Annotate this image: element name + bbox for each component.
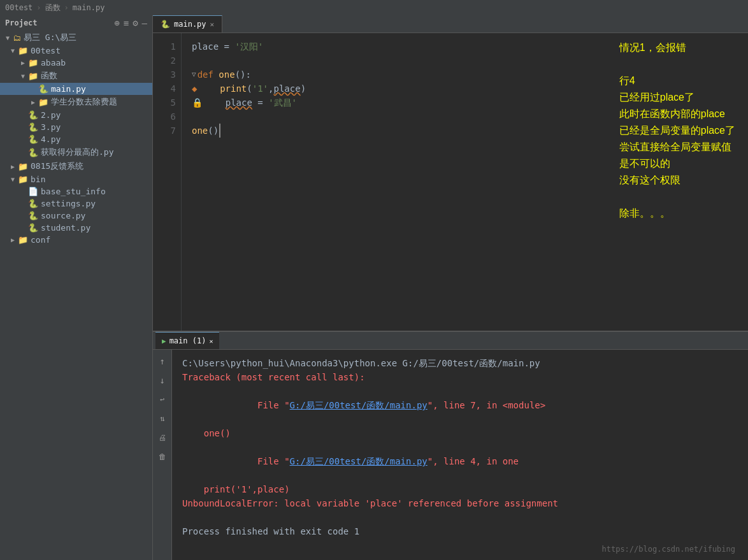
- breadcrumb-00test[interactable]: 00test: [5, 3, 32, 12]
- code-call-paren: (): [208, 124, 219, 138]
- sidebar-item-00test[interactable]: ▼ 📁 00test: [0, 45, 152, 57]
- annotation-line-1: 情况1，会报错: [619, 39, 735, 56]
- code-print: print: [220, 82, 247, 96]
- sidebar-title: Project: [5, 18, 38, 27]
- filter-icon[interactable]: ⇅: [155, 411, 170, 426]
- folder-icon: 📁: [28, 58, 38, 68]
- code-paren-4: (: [247, 82, 252, 96]
- sidebar-label-0815: 0815反馈系统: [31, 161, 83, 172]
- sidebar-item-root[interactable]: ▼ 🗂 易三 G:\易三: [0, 31, 152, 45]
- sidebar-item-base-stu-info[interactable]: 📄 base_stu_info: [0, 185, 152, 197]
- sidebar-label-student-py: student.py: [41, 223, 90, 233]
- run-tab-icon: ▶: [162, 337, 166, 345]
- line-num-7: 7: [158, 124, 176, 138]
- annotation-line-9: 没有这个权限: [619, 172, 735, 189]
- code-comma-4: ,: [268, 82, 273, 96]
- sidebar-label-2py: 2.py: [41, 110, 61, 120]
- code-content[interactable]: place = '汉阳' ▽ def one (): ◆: [182, 33, 748, 331]
- annotation-line-5: 此时在函数内部的place: [619, 106, 735, 122]
- code-paren: ():: [235, 68, 251, 82]
- py-file-icon: 🐍: [28, 148, 38, 157]
- breadcrumb-函数[interactable]: 函数: [45, 3, 61, 13]
- sidebar-item-main-py[interactable]: 🐍 main.py: [0, 83, 152, 95]
- code-func-call-one: one: [192, 124, 208, 138]
- folder-icon: 📁: [38, 97, 48, 107]
- output-indent-3: File ": [247, 400, 289, 410]
- delete-icon[interactable]: 🗑: [155, 449, 170, 464]
- tab-close-button[interactable]: ✕: [210, 20, 215, 29]
- sidebar-item-abaab[interactable]: ▶ 📁 abaab: [0, 57, 152, 69]
- run-tab-label: main (1): [169, 336, 206, 345]
- fold-arrow-icon: ▽: [192, 68, 196, 82]
- sidebar-item-source-py[interactable]: 🐍 source.py: [0, 210, 152, 222]
- sidebar-item-获取[interactable]: 🐍 获取得分最高的.py: [0, 145, 152, 159]
- arrow-icon: ▶: [8, 163, 18, 170]
- sidebar-label-学生分数: 学生分数去除费题: [51, 96, 117, 108]
- tab-main-py[interactable]: 🐍 main.py ✕: [153, 15, 222, 32]
- bottom-panel: ▶ main (1) ✕ ↑ ↓ ↩ ⇅ 🖨 🗑 C:: [153, 331, 748, 560]
- minimize-icon[interactable]: —: [142, 18, 147, 28]
- arrow-icon: ▶: [18, 59, 28, 66]
- sidebar-item-学生分数[interactable]: ▶ 📁 学生分数去除费题: [0, 95, 152, 109]
- breakpoint-icon: ◆: [192, 82, 197, 96]
- sidebar-label-函数: 函数: [41, 70, 57, 82]
- output-link-2[interactable]: G:/易三/00test/函数/main.py: [290, 456, 428, 466]
- folder-icon: 📁: [18, 175, 28, 184]
- line-num-6: 6: [158, 110, 176, 124]
- scroll-down-icon[interactable]: ↓: [155, 373, 170, 388]
- annotation-line-3: 行4: [619, 73, 735, 89]
- folder-icon: 📁: [18, 46, 28, 55]
- print-icon[interactable]: 🖨: [155, 430, 170, 445]
- output-line-7: UnboundLocalError: local variable 'place…: [182, 496, 738, 510]
- bottom-content: ↑ ↓ ↩ ⇅ 🖨 🗑 C:\Users\python_hui\Anaconda…: [153, 350, 748, 560]
- run-tab[interactable]: ▶ main (1) ✕: [155, 332, 219, 349]
- arrow-icon: ▼: [18, 73, 28, 80]
- sidebar-item-settings-py[interactable]: 🐍 settings.py: [0, 197, 152, 210]
- editor-tab-bar: 🐍 main.py ✕: [153, 15, 748, 33]
- file-icon: 📄: [28, 187, 38, 196]
- wrap-icon[interactable]: ↩: [155, 392, 170, 407]
- sidebar-label-获取: 获取得分最高的.py: [41, 147, 113, 158]
- folder-icon: 📁: [18, 162, 28, 171]
- sidebar-item-conf[interactable]: ▶ 📁 conf: [0, 234, 152, 246]
- cursor-blink: [219, 124, 226, 138]
- output-line-2: Traceback (most recent call last):: [182, 370, 738, 384]
- scroll-up-icon[interactable]: ↑: [155, 354, 170, 369]
- sidebar-item-3py[interactable]: 🐍 3.py: [0, 121, 152, 133]
- py-file-icon: 🐍: [28, 211, 38, 220]
- line-num-1: 1: [158, 39, 176, 54]
- output-link-1[interactable]: G:/易三/00test/函数/main.py: [290, 400, 428, 410]
- breadcrumb-sep2: ›: [64, 3, 69, 12]
- sidebar: Project ⊕ ≡ ⚙ — ▼ 🗂 易三 G:\易三 ▼ 📁 00test …: [0, 15, 153, 560]
- code-func-name: one: [219, 68, 234, 82]
- sidebar-label-bin: bin: [31, 175, 45, 184]
- config-icon[interactable]: ≡: [124, 18, 129, 28]
- title-bar: 00test › 函数 › main.py: [0, 0, 748, 15]
- run-output[interactable]: C:\Users\python_hui\Anaconda3\python.exe…: [172, 350, 748, 560]
- code-str-1: '1': [252, 82, 268, 96]
- arrow-icon: ▶: [8, 236, 18, 243]
- output-line-9: Process finished with exit code 1: [182, 524, 738, 538]
- annotation-line-11: 除非。。。: [619, 205, 735, 222]
- sidebar-label-3py: 3.py: [41, 122, 61, 132]
- folder-icon: 📁: [28, 71, 38, 81]
- sidebar-item-0815[interactable]: ▶ 📁 0815反馈系统: [0, 159, 152, 173]
- settings-icon[interactable]: ⚙: [133, 18, 138, 28]
- sidebar-item-函数[interactable]: ▼ 📁 函数: [0, 69, 152, 83]
- annotation-line-4: 已经用过place了: [619, 89, 735, 106]
- code-editor: 1 2 3 4 5 6 7 place = '汉阳' ▽: [153, 33, 748, 331]
- sidebar-label-abaab: abaab: [41, 58, 66, 68]
- py-file-icon: 🐍: [28, 110, 38, 120]
- sidebar-item-bin[interactable]: ▼ 📁 bin: [0, 173, 152, 185]
- sidebar-item-2py[interactable]: 🐍 2.py: [0, 109, 152, 121]
- sidebar-label-main-py: main.py: [51, 84, 86, 94]
- sidebar-item-student-py[interactable]: 🐍 student.py: [0, 222, 152, 234]
- bottom-left-bar: ↑ ↓ ↩ ⇅ 🖨 🗑: [153, 350, 172, 560]
- sidebar-label-settings-py: settings.py: [41, 199, 96, 208]
- py-file-icon: 🐍: [28, 223, 38, 233]
- sidebar-label-source-py: source.py: [41, 211, 85, 220]
- sync-icon[interactable]: ⊕: [114, 18, 119, 28]
- sidebar-label-conf: conf: [31, 235, 50, 245]
- run-tab-close[interactable]: ✕: [209, 338, 213, 345]
- sidebar-item-4py[interactable]: 🐍 4.py: [0, 133, 152, 145]
